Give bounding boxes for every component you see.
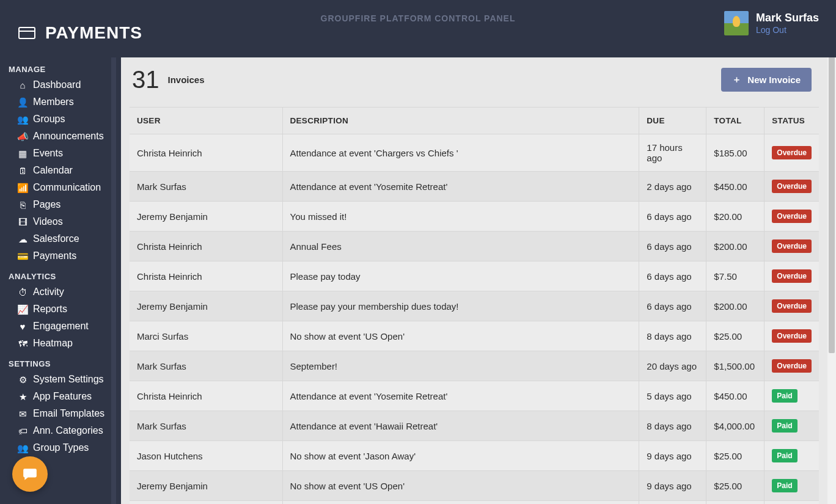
logout-link[interactable]: Log Out — [756, 25, 787, 35]
cell-user: Mark Surfas — [130, 172, 282, 202]
cell-total: $450.00 — [706, 381, 765, 411]
status-badge-overdue[interactable]: Overdue — [772, 239, 812, 253]
sidebar-item-videos[interactable]: 🎞Videos — [0, 213, 111, 230]
sidebar-item-pages[interactable]: ⎘Pages — [0, 196, 111, 213]
sidebar-item-label: Salesforce — [33, 233, 79, 244]
new-invoice-button[interactable]: ＋ New Invoice — [721, 68, 812, 92]
sidebar-item-calendar[interactable]: 🗓Calendar — [0, 162, 111, 179]
chat-button[interactable] — [12, 456, 48, 492]
table-row[interactable]: Mark SurfasAttendance at event 'Yosemite… — [130, 172, 819, 202]
table-row[interactable]: Christa HeinrichAttendance at event 'Cha… — [130, 134, 819, 172]
table-row[interactable]: Jeremy BenjaminNo show at event 'US Open… — [130, 471, 819, 501]
sidebar-item-communication[interactable]: 📶Communication — [0, 179, 111, 196]
sidebar-item-email-templates[interactable]: ✉Email Templates — [0, 405, 111, 422]
sidebar-item-label: Videos — [33, 216, 63, 227]
table-row[interactable]: Jeremy BenjaminYou missed it!6 days ago$… — [130, 202, 819, 232]
cell-description: Please pay today — [282, 261, 639, 291]
sidebar-item-label: Events — [33, 148, 63, 159]
status-badge-overdue[interactable]: Overdue — [772, 329, 812, 343]
status-badge-overdue[interactable]: Overdue — [772, 359, 812, 373]
sidebar-item-dashboard[interactable]: ⌂Dashboard — [0, 76, 111, 93]
film-icon: 🎞 — [17, 217, 28, 227]
mail-icon: ✉ — [17, 409, 28, 418]
sidebar-item-label: Communication — [33, 182, 101, 193]
table-row[interactable]: Mark SurfasNo show at event 'US Open'9 d… — [130, 501, 819, 505]
table-row[interactable]: Jeremy BenjaminPlease pay your membershi… — [130, 291, 819, 321]
sidebar-item-events[interactable]: ▦Events — [0, 145, 111, 162]
cell-total: $200.00 — [706, 291, 765, 321]
sidebar-item-label: Group Types — [33, 442, 89, 453]
calendar2-icon: 🗓 — [17, 166, 28, 175]
sidebar-item-system-settings[interactable]: ⚙System Settings — [0, 371, 111, 388]
cell-status: Paid — [765, 471, 819, 501]
table-row[interactable]: Christa HeinrichAttendance at event 'Yos… — [130, 381, 819, 411]
sidebar-section-title: MANAGE — [0, 57, 111, 76]
cell-due: 9 days ago — [639, 471, 706, 501]
tach-icon: ⏱ — [17, 288, 28, 297]
status-badge-paid[interactable]: Paid — [772, 419, 797, 433]
main-content[interactable]: 31 Invoices ＋ New Invoice USER DESCRIPTI… — [121, 57, 827, 504]
sidebar-item-engagement[interactable]: ♥Engagement — [0, 318, 111, 335]
sidebar-item-label: Ann. Categories — [33, 425, 103, 436]
table-row[interactable]: Jason HutchensNo show at event 'Jason Aw… — [130, 441, 819, 471]
sidebar-item-label: Groups — [33, 114, 65, 125]
rss-icon: 📶 — [17, 183, 28, 192]
cell-status: Paid — [765, 501, 819, 505]
col-status[interactable]: STATUS — [765, 108, 819, 134]
cell-description: Attendance at event 'Yosemite Retreat' — [282, 172, 639, 202]
window-scrollbar[interactable] — [827, 0, 836, 504]
sidebar[interactable]: MANAGE⌂Dashboard👤Members👥Groups📣Announce… — [0, 57, 116, 504]
status-badge-paid[interactable]: Paid — [772, 479, 797, 492]
cell-total: $450.00 — [706, 172, 765, 202]
col-due[interactable]: DUE — [639, 108, 706, 134]
status-badge-overdue[interactable]: Overdue — [772, 299, 812, 313]
status-badge-overdue[interactable]: Overdue — [772, 146, 812, 159]
sidebar-item-label: Payments — [33, 250, 76, 261]
cell-status: Overdue — [765, 172, 819, 202]
status-badge-overdue[interactable]: Overdue — [772, 269, 812, 283]
sidebar-item-reports[interactable]: 📈Reports — [0, 301, 111, 318]
cell-due: 2 days ago — [639, 172, 706, 202]
cell-total: $20.00 — [706, 202, 765, 232]
cell-description: Please pay your membership dues today! — [282, 291, 639, 321]
cell-user: Jeremy Benjamin — [130, 202, 282, 232]
sidebar-item-activity[interactable]: ⏱Activity — [0, 283, 111, 301]
col-user[interactable]: USER — [130, 108, 282, 134]
cell-total: $25.00 — [706, 321, 765, 351]
sidebar-item-members[interactable]: 👤Members — [0, 93, 111, 111]
sidebar-item-label: System Settings — [33, 374, 104, 385]
table-row[interactable]: Marci SurfasNo show at event 'US Open'8 … — [130, 321, 819, 351]
group-icon: 👥 — [17, 444, 28, 453]
user-block: Mark Surfas Log Out — [756, 12, 819, 35]
sidebar-item-groups[interactable]: 👥Groups — [0, 111, 111, 128]
gear-icon: ⚙ — [17, 375, 28, 384]
sidebar-item-label: Dashboard — [33, 79, 81, 90]
sidebar-item-announcements[interactable]: 📣Announcements — [0, 128, 111, 145]
sidebar-item-group-types[interactable]: 👥Group Types — [0, 439, 111, 456]
sidebar-item-ann-categories[interactable]: 🏷Ann. Categories — [0, 422, 111, 439]
col-description[interactable]: DESCRIPTION — [282, 108, 639, 134]
invoice-count-block: 31 Invoices — [132, 66, 205, 93]
status-badge-paid[interactable]: Paid — [772, 449, 797, 462]
cell-due: 20 days ago — [639, 351, 706, 381]
invoices-table: USER DESCRIPTION DUE TOTAL STATUS Christ… — [130, 107, 819, 504]
sidebar-item-label: Heatmap — [33, 338, 73, 349]
sidebar-item-heatmap[interactable]: 🗺Heatmap — [0, 335, 111, 352]
col-total[interactable]: TOTAL — [706, 108, 765, 134]
sidebar-item-salesforce[interactable]: ☁Salesforce — [0, 230, 111, 247]
table-row[interactable]: Christa HeinrichAnnual Fees6 days ago$20… — [130, 232, 819, 261]
cell-status: Overdue — [765, 202, 819, 232]
table-header-row: USER DESCRIPTION DUE TOTAL STATUS — [130, 108, 819, 134]
table-row[interactable]: Mark SurfasAttendance at event 'Hawaii R… — [130, 411, 819, 441]
table-row[interactable]: Christa HeinrichPlease pay today6 days a… — [130, 261, 819, 291]
status-badge-paid[interactable]: Paid — [772, 389, 797, 403]
table-row[interactable]: Mark SurfasSeptember!20 days ago$1,500.0… — [130, 351, 819, 381]
sidebar-item-payments[interactable]: 💳Payments — [0, 247, 111, 265]
cell-description: Attendance at event 'Hawaii Retreat' — [282, 411, 639, 441]
avatar[interactable] — [724, 11, 749, 35]
sidebar-item-app-features[interactable]: ★App Features — [0, 388, 111, 405]
status-badge-overdue[interactable]: Overdue — [772, 210, 812, 223]
status-badge-overdue[interactable]: Overdue — [772, 180, 812, 193]
cell-description: Annual Fees — [282, 232, 639, 261]
cell-total: $4,000.00 — [706, 411, 765, 441]
